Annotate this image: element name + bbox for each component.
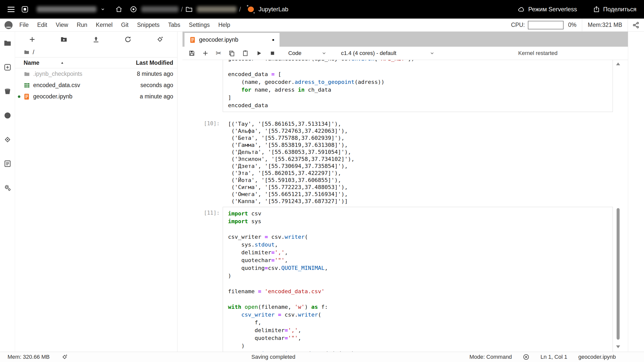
column-name[interactable]: Name [15, 59, 114, 66]
panel-splitter[interactable] [177, 32, 182, 352]
checkpoint-button[interactable] [156, 36, 164, 43]
breadcrumb-separator: / [181, 6, 183, 13]
plus-icon [29, 36, 36, 43]
share-icon [593, 6, 600, 13]
file-modified: 8 minutes ago [137, 71, 177, 77]
paste-cell-button[interactable] [242, 50, 249, 56]
file-row[interactable]: geocoder.ipynba minute ago [15, 91, 177, 102]
plus-icon [202, 50, 209, 56]
save-status: Saving completed [251, 354, 295, 360]
rail-storage-tab[interactable] [0, 83, 15, 99]
rail-sessions-tab[interactable] [0, 107, 15, 124]
menu-bar: FileEditViewRunKernelGitSnippetsTabsSett… [0, 19, 644, 32]
notebook-icon [24, 93, 30, 100]
task-name-blurred [197, 6, 237, 12]
notebook-toolbar: ✂ Code c1.4 (4 cores) - de [182, 47, 628, 60]
cursor-position[interactable]: Ln 1, Col 1 [540, 354, 567, 360]
cpu-limit-input[interactable] [528, 21, 564, 29]
rail-files-tab[interactable] [0, 35, 15, 51]
cell-type-value: Code [288, 50, 302, 56]
jupyter-menu-icon[interactable] [5, 21, 13, 29]
kernel-selector-dropdown[interactable]: c1.4 (4 cores) - default [341, 50, 435, 56]
org-crumb[interactable] [130, 6, 178, 13]
scroll-down-arrow[interactable] [616, 345, 620, 348]
cloud-icon [518, 6, 525, 13]
copy-cell-button[interactable] [228, 50, 235, 56]
cell-editor[interactable]: import csvimport syscsv_writer = csv.wri… [223, 207, 613, 352]
cell-editor[interactable]: geocoder = YandexGeocoder(api_key=os.env… [223, 60, 613, 112]
share-button[interactable]: Поделиться [593, 6, 636, 13]
stop-kernel-button[interactable] [269, 50, 276, 56]
editor-mode[interactable]: Mode: Command [470, 354, 512, 360]
hamburger-menu-icon[interactable] [8, 7, 15, 12]
cut-cell-button[interactable]: ✂ [216, 50, 221, 57]
menu-item-edit[interactable]: Edit [33, 19, 52, 31]
file-name: encoded_data.csv [33, 82, 141, 89]
notebook-editor-panel: geocoder.ipynb ● ✂ [182, 32, 628, 352]
add-cell-button[interactable] [202, 50, 209, 56]
refresh-icon [124, 36, 132, 43]
share-label: Поделиться [603, 6, 636, 13]
refresh-button[interactable] [124, 36, 132, 43]
notebook-content: geocoder = YandexGeocoder(api_key=os.env… [182, 60, 628, 352]
file-list: .ipynb_checkpoints8 minutes agoencoded_d… [15, 68, 177, 102]
copy-icon [228, 50, 235, 56]
menu-item-help[interactable]: Help [214, 19, 234, 31]
list-icon [4, 160, 12, 168]
top-bar: / / JupyterLab Режим Serverless Поделить… [0, 0, 644, 19]
share-graph-icon [632, 21, 640, 29]
run-icon [256, 50, 262, 56]
menu-item-view[interactable]: View [52, 19, 72, 31]
kernel-circle-x-icon[interactable] [523, 354, 529, 360]
menu-item-file[interactable]: File [15, 19, 33, 31]
rail-checkpoints-tab[interactable] [0, 132, 15, 148]
breadcrumb[interactable]: / [15, 47, 177, 57]
folder-icon [24, 49, 30, 55]
file-row[interactable]: .ipynb_checkpoints8 minutes ago [15, 68, 177, 80]
cell-type-dropdown[interactable]: Code [288, 50, 327, 56]
organization-icon [130, 6, 137, 13]
run-cell-button[interactable] [256, 50, 262, 56]
box-plus-icon [4, 63, 12, 71]
output-text: [('Тау', '[55.861615,37.513134]'), ('Аль… [223, 120, 613, 205]
scissors-icon: ✂ [216, 50, 221, 57]
menu-item-kernel[interactable]: Kernel [91, 19, 117, 31]
rail-experiments-tab[interactable] [0, 156, 15, 172]
menu-item-run[interactable]: Run [72, 19, 91, 31]
menu-item-tabs[interactable]: Tabs [164, 19, 185, 31]
folder-crumb[interactable] [185, 6, 237, 13]
tab-geocoder-ipynb[interactable]: geocoder.ipynb ● [185, 33, 280, 47]
notebook-scroll-area: geocoder = YandexGeocoder(api_key=os.env… [182, 60, 613, 352]
column-last-modified[interactable]: Last Modified [114, 59, 177, 66]
file-modified: a minute ago [140, 93, 177, 100]
upload-button[interactable] [92, 36, 100, 43]
menu-item-settings[interactable]: Settings [185, 19, 214, 31]
right-gutter [628, 32, 644, 352]
code-cell-11[interactable]: [11]: import csvimport syscsv_writer = c… [182, 207, 613, 352]
file-list-header: Name Last Modified [15, 57, 177, 68]
file-name: geocoder.ipynb [33, 93, 140, 100]
home-icon [115, 6, 123, 13]
workspace-name-blurred [37, 6, 97, 12]
rail-new-resource-tab[interactable] [0, 59, 15, 75]
workspace-switcher[interactable] [21, 6, 105, 13]
new-launcher-button[interactable] [29, 36, 36, 43]
file-row[interactable]: encoded_data.csvseconds ago [15, 80, 177, 91]
scroll-up-arrow[interactable] [616, 63, 620, 65]
serverless-mode-button[interactable]: Режим Serverless [518, 6, 577, 13]
serverless-label: Режим Serverless [528, 6, 577, 13]
save-button[interactable] [189, 50, 195, 56]
scrollbar-thumb[interactable] [617, 208, 620, 340]
input-prompt: [11]: [182, 210, 220, 216]
menu-item-git[interactable]: Git [117, 19, 133, 31]
diamond-sparkle-icon[interactable] [61, 354, 68, 360]
notebook-scrollbar[interactable] [615, 60, 621, 352]
new-folder-button[interactable] [60, 36, 68, 43]
share-graph-button[interactable] [628, 19, 644, 31]
code-cell-top[interactable]: geocoder = YandexGeocoder(api_key=os.env… [182, 60, 613, 112]
home-button[interactable] [115, 6, 123, 13]
menu-item-snippets[interactable]: Snippets [133, 19, 164, 31]
main-area: / Name Last Modified .ipynb_checkpoints8… [0, 32, 644, 352]
rail-settings-tab[interactable] [0, 180, 15, 196]
unsaved-dot-icon[interactable]: ● [272, 37, 274, 42]
